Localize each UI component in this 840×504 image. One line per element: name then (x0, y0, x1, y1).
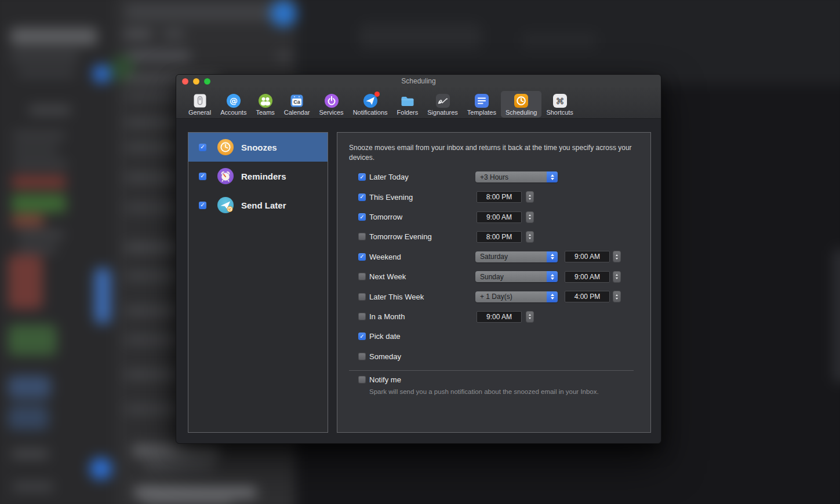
setting-label: Later This Week (369, 293, 424, 301)
in-a-month-time-input[interactable]: 9:00 AM (477, 311, 522, 323)
blur-blob (277, 52, 291, 60)
weekend-checkbox[interactable] (358, 253, 366, 261)
reminders-checkbox[interactable] (199, 173, 206, 180)
sidebar-item-label: Reminders (241, 171, 286, 181)
dropdown-value: Sunday (475, 273, 547, 281)
stepper-down-icon (529, 198, 531, 200)
minimize-window-button[interactable] (193, 78, 199, 85)
blur-blob (10, 28, 97, 45)
tomorrow-evening-time-input[interactable]: 8:00 PM (477, 231, 522, 243)
later-this-week-time-stepper[interactable] (613, 291, 621, 302)
stepper-up-icon (529, 214, 531, 216)
later-today-dropdown[interactable]: +3 Hours (475, 171, 558, 182)
later-this-week-dropdown[interactable]: + 1 Day(s) (475, 291, 558, 302)
tomorrow-evening-time-stepper[interactable] (526, 231, 534, 243)
send-later-checkbox[interactable] (199, 202, 206, 209)
weekend-time-input[interactable]: 9:00 AM (565, 251, 610, 262)
setting-label: Tomorrow Evening (369, 232, 432, 241)
weekend-time-stepper[interactable] (613, 251, 621, 262)
blur-blob (125, 3, 271, 21)
blur-blob (163, 30, 184, 38)
tab-accounts[interactable]: @Accounts (216, 91, 251, 118)
tomorrow-evening-checkbox[interactable] (358, 233, 366, 240)
tab-services[interactable]: Services (314, 91, 348, 118)
tab-templates[interactable]: Templates (463, 91, 501, 118)
this-evening-checkbox[interactable] (358, 193, 366, 201)
blur-blob (522, 32, 597, 49)
section-divider (349, 370, 634, 371)
snooze-settings-rows: Later Today+3 HoursThis Evening8:00 PMTo… (349, 167, 639, 395)
next-week-time-input[interactable]: 9:00 AM (565, 271, 610, 283)
teams-icon (258, 93, 273, 108)
tomorrow-checkbox[interactable] (358, 213, 366, 221)
popup-arrows-icon (547, 171, 558, 182)
calendar-icon: Ca (289, 93, 304, 108)
setting-label: Notify me (369, 375, 401, 384)
stepper-down-icon (529, 317, 531, 319)
next-week-dropdown[interactable]: Sunday (475, 271, 558, 282)
setting-row-notify-me: Notify me (349, 374, 639, 386)
in-a-month-time-stepper[interactable] (526, 311, 534, 323)
svg-text:@: @ (230, 96, 238, 105)
stepper-up-icon (616, 254, 618, 256)
folders-icon (400, 93, 415, 108)
notify-me-checkbox[interactable] (358, 376, 366, 384)
next-week-time-stepper[interactable] (613, 271, 621, 283)
tab-label: Shortcuts (546, 109, 573, 116)
tomorrow-time-stepper[interactable] (526, 211, 534, 223)
blur-blob (124, 30, 152, 38)
scheduling-content: SnoozesRemindersSend Later Snooze moves … (176, 118, 661, 443)
blur-blob (90, 458, 112, 480)
blur-blob (833, 249, 840, 382)
blur-blob (8, 255, 43, 309)
pick-date-checkbox[interactable] (358, 333, 366, 340)
stepper-down-icon (529, 218, 531, 220)
blur-blob (29, 106, 71, 114)
sidebar-item-snoozes[interactable]: Snoozes (188, 133, 328, 162)
blur-blob (17, 246, 57, 253)
popup-arrows-icon (547, 271, 558, 282)
blur-blob (145, 461, 214, 469)
tab-label: Calendar (284, 109, 310, 116)
blur-blob (10, 52, 79, 61)
setting-label: Weekend (369, 253, 401, 261)
tab-label: General (188, 109, 211, 116)
tab-notifications[interactable]: Notifications (348, 91, 392, 118)
setting-row-tomorrow-evening: Tomorrow Evening8:00 PM (349, 227, 639, 247)
weekend-dropdown[interactable]: Saturday (475, 251, 558, 262)
sidebar-item-label: Snoozes (241, 143, 277, 152)
snoozes-checkbox[interactable] (199, 144, 206, 151)
svg-text:Ca: Ca (293, 99, 300, 105)
blur-blob (13, 161, 67, 168)
dropdown-value: Saturday (475, 253, 547, 261)
accounts-icon: @ (226, 93, 241, 108)
later-this-week-checkbox[interactable] (358, 293, 366, 301)
tab-shortcuts[interactable]: ⌘Shortcuts (541, 91, 577, 118)
notify-me-note: Spark will send you a push notification … (369, 388, 639, 395)
someday-checkbox[interactable] (358, 353, 366, 360)
snoozes-icon (217, 138, 234, 156)
tab-label: Services (319, 109, 343, 116)
scheduling-sidebar: SnoozesRemindersSend Later (188, 132, 328, 433)
sidebar-item-reminders[interactable]: Reminders (188, 162, 328, 191)
setting-row-next-week: Next WeekSunday9:00 AM (349, 267, 639, 287)
sidebar-item-send-later[interactable]: Send Later (188, 191, 328, 220)
this-evening-time-stepper[interactable] (526, 191, 534, 203)
tab-general[interactable]: General (184, 91, 216, 118)
later-this-week-time-input[interactable]: 4:00 PM (565, 291, 610, 302)
tab-calendar[interactable]: CaCalendar (279, 91, 315, 118)
close-window-button[interactable] (182, 78, 188, 85)
tab-folders[interactable]: Folders (392, 91, 423, 118)
tab-scheduling[interactable]: Scheduling (501, 91, 541, 118)
blur-blob (12, 195, 66, 212)
zoom-window-button[interactable] (204, 78, 210, 85)
tab-signatures[interactable]: Signatures (423, 91, 463, 118)
this-evening-time-input[interactable]: 8:00 PM (477, 191, 522, 203)
blur-blob (17, 231, 64, 238)
in-a-month-checkbox[interactable] (358, 313, 366, 320)
next-week-checkbox[interactable] (358, 273, 366, 280)
tomorrow-time-input[interactable]: 9:00 AM (477, 211, 522, 223)
tab-teams[interactable]: Teams (251, 91, 279, 118)
popup-arrows-icon (547, 251, 558, 262)
later-today-checkbox[interactable] (358, 173, 366, 181)
